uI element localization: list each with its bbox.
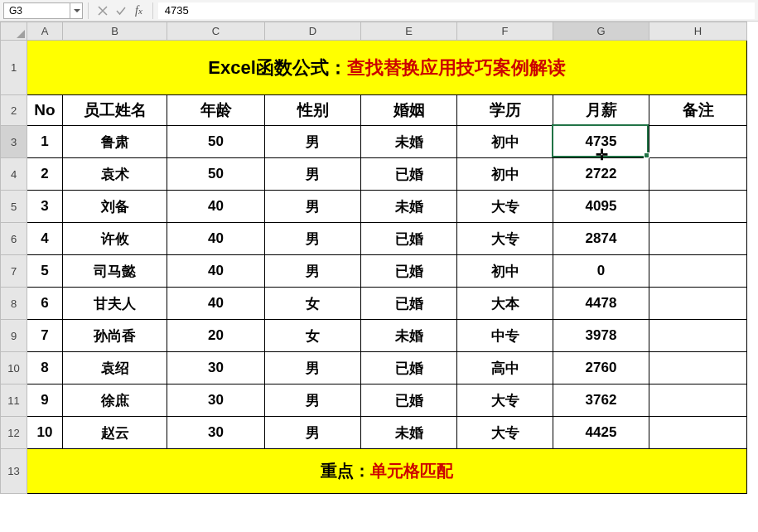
cell-E11[interactable]: 已婚 [361,384,457,417]
cell-C8[interactable]: 40 [167,288,265,320]
cell-A11[interactable]: 9 [27,384,63,417]
cell-E12[interactable]: 未婚 [361,417,457,449]
cell-C11[interactable]: 30 [167,384,265,417]
row-header-5[interactable]: 5 [1,191,27,223]
header-cell-B[interactable]: 员工姓名 [63,95,167,126]
cell-G12[interactable]: 4425 [553,417,649,449]
cell-H5[interactable] [649,191,747,223]
cell-D6[interactable]: 男 [265,223,361,255]
cell-A6[interactable]: 4 [27,223,63,255]
cell-B4[interactable]: 袁术 [63,158,167,191]
column-header-F[interactable]: F [457,22,553,41]
cell-B8[interactable]: 甘夫人 [63,288,167,320]
cell-G11[interactable]: 3762 [553,384,649,417]
cell-H8[interactable] [649,288,747,320]
cell-F11[interactable]: 大专 [457,384,553,417]
cell-H7[interactable] [649,255,747,288]
cell-B10[interactable]: 袁绍 [63,352,167,384]
cell-D7[interactable]: 男 [265,255,361,288]
row-header-13[interactable]: 13 [1,449,27,494]
cell-A5[interactable]: 3 [27,191,63,223]
cell-G6[interactable]: 2874 [553,223,649,255]
column-header-A[interactable]: A [27,22,63,41]
cell-E5[interactable]: 未婚 [361,191,457,223]
column-header-D[interactable]: D [265,22,361,41]
header-cell-D[interactable]: 性别 [265,95,361,126]
row-header-12[interactable]: 12 [1,417,27,449]
cell-F6[interactable]: 大专 [457,223,553,255]
cell-B11[interactable]: 徐庶 [63,384,167,417]
footer-cell[interactable]: 重点：单元格匹配 [27,449,747,494]
header-cell-G[interactable]: 月薪 [553,95,649,126]
cell-G7[interactable]: 0 [553,255,649,288]
cell-F7[interactable]: 初中 [457,255,553,288]
header-cell-F[interactable]: 学历 [457,95,553,126]
cell-G4[interactable]: 2722 [553,158,649,191]
formula-input[interactable]: 4735 [158,2,755,19]
cell-D4[interactable]: 男 [265,158,361,191]
cell-H6[interactable] [649,223,747,255]
cell-D5[interactable]: 男 [265,191,361,223]
header-cell-A[interactable]: No [27,95,63,126]
cell-F9[interactable]: 中专 [457,320,553,352]
cell-A9[interactable]: 7 [27,320,63,352]
cell-C10[interactable]: 30 [167,352,265,384]
row-header-1[interactable]: 1 [1,41,27,95]
cell-A12[interactable]: 10 [27,417,63,449]
title-cell[interactable]: Excel函数公式：查找替换应用技巧案例解读 [27,41,747,95]
cell-E3[interactable]: 未婚 [361,126,457,158]
header-cell-E[interactable]: 婚姻 [361,95,457,126]
cell-C12[interactable]: 30 [167,417,265,449]
cell-H12[interactable] [649,417,747,449]
cell-F12[interactable]: 大专 [457,417,553,449]
cell-E7[interactable]: 已婚 [361,255,457,288]
cell-E6[interactable]: 已婚 [361,223,457,255]
cell-A8[interactable]: 6 [27,288,63,320]
cell-C5[interactable]: 40 [167,191,265,223]
name-box-dropdown[interactable] [70,3,81,18]
cell-C9[interactable]: 20 [167,320,265,352]
cell-B7[interactable]: 司马懿 [63,255,167,288]
cell-G8[interactable]: 4478 [553,288,649,320]
cell-H10[interactable] [649,352,747,384]
row-header-6[interactable]: 6 [1,223,27,255]
cell-E4[interactable]: 已婚 [361,158,457,191]
column-header-G[interactable]: G [553,22,649,41]
cell-F10[interactable]: 高中 [457,352,553,384]
cell-A7[interactable]: 5 [27,255,63,288]
cell-H11[interactable] [649,384,747,417]
cell-H4[interactable] [649,158,747,191]
cell-B3[interactable]: 鲁肃 [63,126,167,158]
cell-F8[interactable]: 大本 [457,288,553,320]
row-header-8[interactable]: 8 [1,288,27,320]
cancel-edit-button[interactable] [94,2,112,19]
row-header-4[interactable]: 4 [1,158,27,191]
cell-C4[interactable]: 50 [167,158,265,191]
row-header-9[interactable]: 9 [1,320,27,352]
header-cell-C[interactable]: 年龄 [167,95,265,126]
cell-B12[interactable]: 赵云 [63,417,167,449]
column-header-E[interactable]: E [361,22,457,41]
cell-G9[interactable]: 3978 [553,320,649,352]
cell-E9[interactable]: 未婚 [361,320,457,352]
cell-F3[interactable]: 初中 [457,126,553,158]
cell-E8[interactable]: 已婚 [361,288,457,320]
confirm-edit-button[interactable] [112,2,130,19]
cell-B6[interactable]: 许攸 [63,223,167,255]
cell-F5[interactable]: 大专 [457,191,553,223]
cell-E10[interactable]: 已婚 [361,352,457,384]
cell-D8[interactable]: 女 [265,288,361,320]
row-header-11[interactable]: 11 [1,384,27,417]
cell-D3[interactable]: 男 [265,126,361,158]
cell-A10[interactable]: 8 [27,352,63,384]
cell-D9[interactable]: 女 [265,320,361,352]
cell-G5[interactable]: 4095 [553,191,649,223]
cell-G10[interactable]: 2760 [553,352,649,384]
row-header-2[interactable]: 2 [1,95,27,126]
cell-B9[interactable]: 孙尚香 [63,320,167,352]
cell-C3[interactable]: 50 [167,126,265,158]
header-cell-H[interactable]: 备注 [649,95,747,126]
cell-D10[interactable]: 男 [265,352,361,384]
column-header-B[interactable]: B [63,22,167,41]
cell-C6[interactable]: 40 [167,223,265,255]
